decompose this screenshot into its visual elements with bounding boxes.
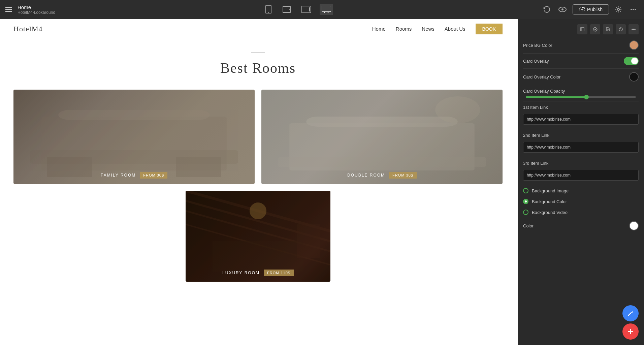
home-subtitle: HotelM4-Lookaround [18,10,55,15]
home-info: Home HotelM4-Lookaround [18,4,55,15]
luxury-room-container: LUXURY ROOM FROM 110$ [13,191,503,282]
logo-text: HotelM4 [13,25,42,33]
section-heading: Best Rooms [13,60,503,76]
card-overlay-toggle[interactable] [624,57,639,65]
room-name-double: DOUBLE ROOM [347,173,385,178]
svg-rect-6 [322,6,331,12]
room-price-luxury: FROM 110$ [264,270,294,276]
svg-point-1 [268,12,269,13]
color-row: Color [523,218,639,234]
site-nav: Home Rooms News About Us BOOK [372,24,503,34]
panel-top-icons [523,24,639,34]
item1-link-section: 1st Item Link [523,101,639,128]
item3-link-input[interactable] [523,170,639,181]
svg-point-43 [633,29,634,30]
color-swatch-white[interactable] [629,221,639,230]
publish-label: Publish [587,7,603,12]
panel-icon-1[interactable] [577,24,587,34]
svg-rect-17 [58,110,210,120]
hamburger-icon[interactable] [5,7,12,12]
section-divider [251,53,265,53]
room-price-double: FROM 30$ [389,172,417,179]
main-content: Best Rooms FAMILY ROOM FROM 30$ [0,39,516,295]
svg-rect-22 [306,117,458,127]
bg-color-radio[interactable] [523,199,528,204]
room-name-family: FAMILY ROOM [101,173,136,178]
panel-icon-2[interactable] [590,24,600,34]
item2-link-section: 2nd Item Link [523,129,639,156]
panel-icon-5[interactable] [629,24,639,34]
price-bg-color-swatch[interactable] [629,40,639,50]
preview-button[interactable] [556,4,569,14]
svg-point-15 [635,9,636,10]
card-overlay-opacity-row: Card Overlay Opacity [523,85,639,101]
color-label: Color [523,223,534,228]
mobile-view-button[interactable] [263,3,274,15]
svg-point-11 [561,8,564,10]
panel-icon-4[interactable] [616,24,626,34]
section-title: Best Rooms [13,53,503,76]
book-button[interactable]: BOOK [476,24,503,34]
rooms-grid: FAMILY ROOM FROM 30$ DOUBLE ROOM FROM 30… [13,90,503,184]
svg-rect-33 [297,224,320,258]
svg-point-42 [632,29,633,30]
card-overlay-label: Card Overlay [523,59,549,64]
opacity-slider-fill [526,96,586,98]
undo-button[interactable] [541,4,552,15]
room-card-double[interactable]: DOUBLE ROOM FROM 30$ [261,90,503,184]
item3-link-label: 3rd Item Link [523,161,548,166]
more-button[interactable] [628,4,639,15]
tablet-view-button[interactable] [281,4,293,15]
nav-home[interactable]: Home [372,26,386,32]
svg-point-44 [634,29,636,30]
svg-point-3 [289,9,290,10]
svg-point-30 [250,202,266,219]
card-overlay-color-swatch[interactable] [629,72,639,82]
bg-color-radio-row: Background Color [523,196,639,207]
toggle-knob [631,58,638,64]
room-card-family[interactable]: FAMILY ROOM FROM 30$ [13,90,255,184]
panel-icon-3[interactable] [603,24,613,34]
opacity-slider-container [523,96,639,98]
room-card-luxury[interactable]: LUXURY ROOM FROM 110$ [186,191,330,282]
opacity-slider-thumb [584,95,589,99]
top-bar-right: Publish [541,4,639,15]
settings-button[interactable] [613,4,624,15]
card-overlay-row: Card Overlay [523,54,639,69]
bg-image-radio[interactable] [523,188,528,193]
nav-about[interactable]: About Us [445,26,465,32]
opacity-slider-track[interactable] [526,96,636,98]
fab-add-button[interactable] [622,323,639,340]
right-panel: Price BG Color Card Overlay Card Overlay… [518,19,644,345]
publish-button[interactable]: Publish [573,4,609,14]
nav-rooms[interactable]: Rooms [396,26,412,32]
tablet-landscape-view-button[interactable] [299,4,313,15]
item2-link-input[interactable] [523,142,639,153]
svg-rect-19 [47,157,92,177]
bg-image-radio-row: Background Image [523,185,639,196]
svg-point-13 [631,9,632,10]
svg-rect-20 [176,157,221,177]
room-label-double: DOUBLE ROOM FROM 30$ [347,172,417,179]
svg-point-14 [633,9,634,10]
bg-video-label: Background Video [532,210,568,215]
price-bg-color-row: Price BG Color [523,37,639,54]
svg-point-24 [435,96,480,123]
site-header: HotelM4 Home Rooms News About Us BOOK [0,19,516,39]
fab-edit-button[interactable] [622,305,639,321]
item3-link-label-row: 3rd Item Link [523,157,639,166]
card-overlay-opacity-label: Card Overlay Opacity [523,89,565,94]
room-name-luxury: LUXURY ROOM [222,271,260,275]
price-bg-color-label: Price BG Color [523,43,552,48]
room-label-family: FAMILY ROOM FROM 30$ [101,172,167,179]
top-bar-left: Home HotelM4-Lookaround [5,4,55,15]
bg-video-radio[interactable] [523,210,528,215]
item2-link-input-group [523,138,639,156]
device-switcher [263,3,333,15]
nav-news[interactable]: News [422,26,434,32]
item1-link-input[interactable] [523,114,639,125]
desktop-view-button[interactable] [320,4,333,15]
item1-link-input-group [523,111,639,128]
item1-link-label: 1st Item Link [523,105,548,110]
site-logo: HotelM4 [13,25,42,33]
